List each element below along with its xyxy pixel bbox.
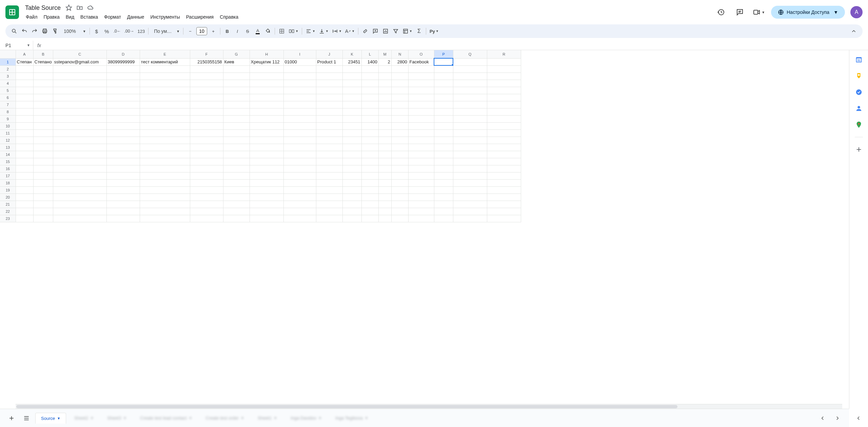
cell-K21[interactable]	[342, 201, 361, 208]
row-header-12[interactable]: 12	[0, 137, 16, 144]
cell-N10[interactable]	[391, 122, 408, 129]
cell-R8[interactable]	[487, 108, 521, 115]
cell-H4[interactable]	[250, 80, 283, 87]
menu-extensions[interactable]: Расширения	[183, 13, 216, 21]
cell-D17[interactable]	[106, 172, 140, 179]
sheet-tab[interactable]: Sheet1▼	[252, 413, 282, 423]
cell-A4[interactable]	[16, 80, 33, 87]
cell-Q15[interactable]	[453, 158, 487, 165]
cell-H6[interactable]	[250, 94, 283, 101]
cell-M15[interactable]	[378, 158, 391, 165]
maps-icon[interactable]	[855, 121, 863, 129]
cell-P15[interactable]	[434, 158, 453, 165]
cell-C12[interactable]	[53, 137, 106, 144]
cell-Q18[interactable]	[453, 179, 487, 186]
cell-M21[interactable]	[378, 201, 391, 208]
cell-B23[interactable]	[33, 215, 53, 222]
cell-D14[interactable]	[106, 151, 140, 158]
search-icon[interactable]	[9, 26, 19, 36]
comment-icon[interactable]	[733, 5, 747, 19]
cell-K1[interactable]: 23451	[342, 58, 361, 65]
cell-O10[interactable]	[408, 122, 434, 129]
cell-D13[interactable]	[106, 144, 140, 151]
cell-L21[interactable]	[361, 201, 378, 208]
cell-K15[interactable]	[342, 158, 361, 165]
cell-A14[interactable]	[16, 151, 33, 158]
cell-J5[interactable]	[316, 87, 342, 94]
cell-O3[interactable]	[408, 73, 434, 80]
script-button[interactable]: Py▼	[428, 26, 440, 36]
cell-I20[interactable]	[283, 194, 316, 201]
cell-D15[interactable]	[106, 158, 140, 165]
cell-P16[interactable]	[434, 165, 453, 172]
cell-E2[interactable]	[140, 65, 190, 73]
cell-N22[interactable]	[391, 208, 408, 215]
cell-G16[interactable]	[223, 165, 250, 172]
cell-C17[interactable]	[53, 172, 106, 179]
cell-O23[interactable]	[408, 215, 434, 222]
share-button[interactable]: Настройки Доступа ▼	[771, 6, 845, 19]
cell-C18[interactable]	[53, 179, 106, 186]
cell-I7[interactable]	[283, 101, 316, 108]
cell-J18[interactable]	[316, 179, 342, 186]
cell-B20[interactable]	[33, 194, 53, 201]
cell-C23[interactable]	[53, 215, 106, 222]
cell-F23[interactable]	[190, 215, 223, 222]
row-header-6[interactable]: 6	[0, 94, 16, 101]
cell-R16[interactable]	[487, 165, 521, 172]
cell-B19[interactable]	[33, 186, 53, 194]
cell-L6[interactable]	[361, 94, 378, 101]
cell-K20[interactable]	[342, 194, 361, 201]
cell-I4[interactable]	[283, 80, 316, 87]
cell-I6[interactable]	[283, 94, 316, 101]
cell-C4[interactable]	[53, 80, 106, 87]
cell-H7[interactable]	[250, 101, 283, 108]
cell-Q20[interactable]	[453, 194, 487, 201]
cell-J20[interactable]	[316, 194, 342, 201]
cell-M17[interactable]	[378, 172, 391, 179]
zoom-select[interactable]: 100%▼	[60, 26, 87, 36]
cell-N17[interactable]	[391, 172, 408, 179]
cell-H10[interactable]	[250, 122, 283, 129]
cell-A8[interactable]	[16, 108, 33, 115]
fill-color-button[interactable]	[263, 26, 273, 36]
cell-Q11[interactable]	[453, 129, 487, 137]
cell-R2[interactable]	[487, 65, 521, 73]
italic-button[interactable]: I	[233, 26, 242, 36]
cell-G15[interactable]	[223, 158, 250, 165]
cell-N19[interactable]	[391, 186, 408, 194]
cell-M23[interactable]	[378, 215, 391, 222]
cell-C16[interactable]	[53, 165, 106, 172]
cell-R14[interactable]	[487, 151, 521, 158]
cell-C8[interactable]	[53, 108, 106, 115]
cell-O20[interactable]	[408, 194, 434, 201]
cell-L2[interactable]	[361, 65, 378, 73]
cell-F19[interactable]	[190, 186, 223, 194]
cell-H12[interactable]	[250, 137, 283, 144]
cell-J19[interactable]	[316, 186, 342, 194]
cell-B22[interactable]	[33, 208, 53, 215]
cell-I8[interactable]	[283, 108, 316, 115]
row-header-3[interactable]: 3	[0, 73, 16, 80]
cell-A6[interactable]	[16, 94, 33, 101]
cell-J4[interactable]	[316, 80, 342, 87]
cell-R9[interactable]	[487, 115, 521, 122]
cell-C10[interactable]	[53, 122, 106, 129]
filter-views-button[interactable]: ▼	[401, 26, 414, 36]
row-header-10[interactable]: 10	[0, 122, 16, 129]
cell-O21[interactable]	[408, 201, 434, 208]
cell-J10[interactable]	[316, 122, 342, 129]
cell-D6[interactable]	[106, 94, 140, 101]
cell-R15[interactable]	[487, 158, 521, 165]
functions-button[interactable]: Σ	[414, 26, 424, 36]
cell-F14[interactable]	[190, 151, 223, 158]
cell-L10[interactable]	[361, 122, 378, 129]
cell-L3[interactable]	[361, 73, 378, 80]
col-header-N[interactable]: N	[391, 50, 408, 58]
menu-file[interactable]: Файл	[23, 13, 40, 21]
cell-M4[interactable]	[378, 80, 391, 87]
collapse-toolbar-button[interactable]	[849, 26, 859, 36]
cell-Q21[interactable]	[453, 201, 487, 208]
cell-G3[interactable]	[223, 73, 250, 80]
cell-L16[interactable]	[361, 165, 378, 172]
